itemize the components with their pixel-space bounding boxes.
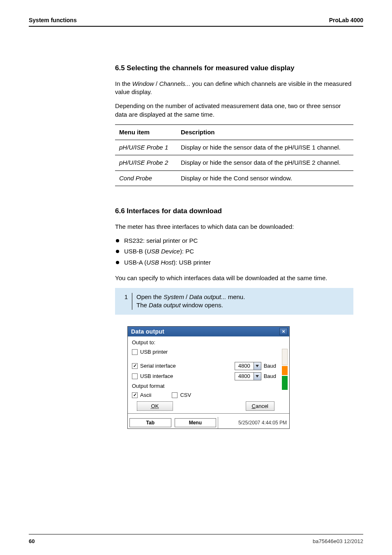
page: System functions ProLab 4000 6.5 Selecti… xyxy=(0,0,392,555)
csv-checkbox[interactable] xyxy=(172,392,178,398)
sec65-para2: Depending on the number of activated mea… xyxy=(115,102,353,119)
statusbar: Tab Menu 5/25/2007 4:44:05 PM xyxy=(128,417,289,428)
usb-if-row: USB interface 4800 Baud xyxy=(132,372,285,380)
statusbar-right: 5/25/2007 4:44:05 PM xyxy=(218,417,289,428)
menu-desc-0: Display or hide the sensor data of the p… xyxy=(177,140,353,155)
usb-printer-row: USB printer xyxy=(132,348,285,356)
close-button[interactable]: × xyxy=(279,328,288,335)
s1-l2i: Data output xyxy=(149,302,181,309)
signal-seg-beige xyxy=(282,349,288,365)
ascii-checkbox[interactable] xyxy=(132,392,138,398)
serial-interface-label: Serial interface xyxy=(140,362,176,370)
b2-i: USB Device xyxy=(147,248,180,255)
format-options-row: Ascii CSV xyxy=(132,391,285,399)
buttons-row: OK Cancel xyxy=(132,401,285,411)
csv-label: CSV xyxy=(180,391,191,399)
menu-table: Menu item Description pH/U/ISE Probe 1 D… xyxy=(115,124,353,186)
usb-interface-checkbox[interactable] xyxy=(132,373,138,379)
header-rule xyxy=(29,26,363,27)
menu-label: Menu xyxy=(189,420,202,426)
section-6-5-heading: 6.5 Selecting the channels for measured … xyxy=(115,64,353,73)
dialog-figure: Data output × Output to: xyxy=(127,326,353,429)
running-header: System functions ProLab 4000 xyxy=(29,16,363,24)
s1-a: Open the xyxy=(136,293,164,300)
step-text: Open the System / Data output... menu. T… xyxy=(132,293,245,310)
menu-item-2: Cond Probe xyxy=(115,170,177,186)
table-row: Cond Probe Display or hide the Cond sens… xyxy=(115,170,353,186)
output-format-row: Output format xyxy=(132,382,285,390)
b3-a: USB-A ( xyxy=(124,259,146,266)
sec66-intro: The meter has three interfaces to which … xyxy=(115,223,353,231)
output-to-label: Output to: xyxy=(132,339,155,346)
section-6-6-heading: 6.6 Interfaces for data download xyxy=(115,207,353,216)
sec65-p1-channels: Channels... xyxy=(159,80,190,87)
cancel-button-label-u: C xyxy=(252,403,256,409)
s1-b: menu. xyxy=(226,293,245,300)
cancel-button-label-rest: ancel xyxy=(256,403,268,409)
usb-baud-unit: Baud xyxy=(264,373,276,380)
running-header-left: System functions xyxy=(29,16,77,24)
dialog-title: Data output xyxy=(131,328,164,336)
s1-menu: Data output... xyxy=(189,293,226,300)
s1-sep: / xyxy=(184,293,189,300)
page-footer: 60 ba75646e03 12/2012 xyxy=(29,534,363,545)
chevron-down-icon xyxy=(256,365,259,367)
dialog-body: Output to: USB printer Serial interface … xyxy=(128,336,289,417)
interface-list: RS232: serial printer or PC USB-B (USB D… xyxy=(115,237,353,267)
tab-button-menu[interactable]: Menu xyxy=(175,418,217,427)
b2-b: ): PC xyxy=(180,248,194,255)
s1-l2b: window opens. xyxy=(181,302,223,309)
page-number: 60 xyxy=(29,538,35,545)
sec65-p1-sep: / xyxy=(154,80,159,87)
output-format-label: Output format xyxy=(132,382,164,390)
sec65-p1-window: Window xyxy=(132,80,154,87)
tab-button-tab[interactable]: Tab xyxy=(129,418,171,427)
cancel-button[interactable]: Cancel xyxy=(246,401,274,411)
statusbar-left: Tab Menu xyxy=(128,417,218,428)
tab-label: Tab xyxy=(146,420,154,426)
usb-printer-checkbox[interactable] xyxy=(132,349,138,355)
status-separator xyxy=(128,413,289,414)
sec65-p1-a: In the xyxy=(115,80,132,87)
table-row: pH/U/ISE Probe 1 Display or hide the sen… xyxy=(115,140,353,155)
sec65-para1: In the Window / Channels... you can defi… xyxy=(115,80,353,97)
data-output-dialog: Data output × Output to: xyxy=(127,326,290,429)
spacer xyxy=(132,358,285,362)
usb-printer-label: USB printer xyxy=(140,348,168,356)
serial-baud-unit: Baud xyxy=(264,362,276,370)
usb-baud-value: 4800 xyxy=(235,373,254,380)
running-header-right: ProLab 4000 xyxy=(329,16,363,24)
menu-item-0: pH/U/ISE Probe 1 xyxy=(115,140,177,155)
menu-desc-2: Display or hide the Cond sensor window. xyxy=(177,170,353,186)
serial-interface-checkbox[interactable] xyxy=(132,363,138,369)
s1-system: System xyxy=(164,293,184,300)
serial-baud-dropdown[interactable]: 4800 xyxy=(235,362,261,370)
serial-baud-value: 4800 xyxy=(235,362,254,370)
usb-baud-dropdown[interactable]: 4800 xyxy=(235,372,261,380)
bullet-usb-b: USB-B (USB Device): PC xyxy=(115,247,353,256)
b3-b: ): USB printer xyxy=(173,259,211,266)
signal-seg-green xyxy=(282,376,288,390)
menu-table-header-row: Menu item Description xyxy=(115,124,353,140)
chevron-down-icon xyxy=(256,375,259,378)
menu-th-item: Menu item xyxy=(115,124,177,140)
b2-a: USB-B ( xyxy=(124,248,147,255)
main-content: 6.5 Selecting the channels for measured … xyxy=(115,64,353,429)
sec66-p2: You can specify to which interfaces data… xyxy=(115,274,353,282)
step-number: 1 xyxy=(121,293,132,310)
usb-interface-label: USB interface xyxy=(140,373,173,380)
dropdown-button[interactable] xyxy=(254,362,261,370)
ok-button[interactable]: OK xyxy=(137,401,173,411)
serial-if-row: Serial interface 4800 Baud xyxy=(132,362,285,370)
s1-l2a: The xyxy=(136,302,149,309)
dropdown-button[interactable] xyxy=(254,373,261,380)
dialog-titlebar: Data output × xyxy=(128,327,289,337)
menu-desc-1: Display or hide the sensor data of the p… xyxy=(177,155,353,170)
step-1: 1 Open the System / Data output... menu.… xyxy=(115,288,353,315)
close-icon: × xyxy=(282,329,285,334)
menu-th-desc: Description xyxy=(177,124,353,140)
bullet-usb-a: USB-A (USB Host): USB printer xyxy=(115,258,353,267)
output-to-row: Output to: xyxy=(132,339,285,346)
menu-item-1: pH/U/ISE Probe 2 xyxy=(115,155,177,170)
doc-revision: ba75646e03 12/2012 xyxy=(313,538,363,545)
